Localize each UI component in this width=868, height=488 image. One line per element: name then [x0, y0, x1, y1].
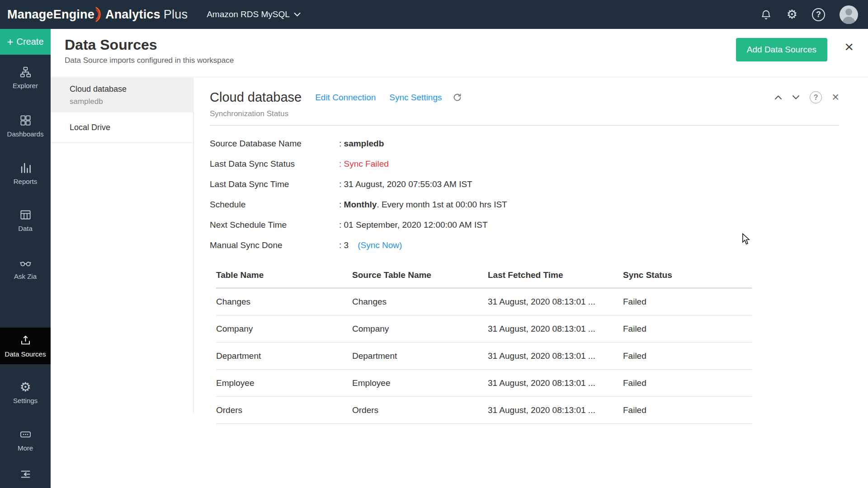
- sidebar-item-label: Explorer: [13, 82, 38, 89]
- sync-table-head: Table Name Source Table Name Last Fetche…: [216, 270, 752, 288]
- sidebar-item-settings[interactable]: ⚙ Settings: [0, 381, 51, 404]
- column-header-last-fetched-time: Last Fetched Time: [488, 270, 623, 288]
- source-item-local-drive[interactable]: Local Drive: [51, 113, 193, 143]
- sidebar-item-reports[interactable]: Reports: [0, 162, 51, 185]
- help-icon[interactable]: ?: [812, 8, 825, 21]
- detail-header: Cloud database Edit Connection Sync Sett…: [210, 90, 839, 105]
- sidebar-item-label: More: [18, 444, 33, 452]
- info-row-sync-status: Last Data Sync Status : Sync Failed: [210, 159, 839, 169]
- brand-logo: ManageEngine Analytics Plus: [7, 7, 188, 22]
- info-label: Source Database Name: [210, 138, 339, 149]
- info-row-source-db: Source Database Name : sampledb: [210, 138, 839, 149]
- sync-info-block: Source Database Name : sampledb Last Dat…: [210, 138, 839, 250]
- brand-swoosh-icon: [95, 7, 103, 22]
- source-name: Local Drive: [70, 123, 187, 132]
- info-value: : 01 September, 2020 12:00:00 AM IST: [339, 220, 488, 230]
- table-cell: Orders: [352, 397, 488, 424]
- topbar-actions: ⚙ ?: [760, 5, 858, 24]
- refresh-icon[interactable]: [453, 93, 462, 102]
- help-question-mark: ?: [810, 91, 822, 103]
- column-header-source-table-name: Source Table Name: [352, 270, 488, 288]
- sync-now-link[interactable]: (Sync Now): [358, 240, 402, 250]
- info-value: : sampledb: [339, 138, 384, 149]
- collapse-sidebar-icon: [19, 468, 32, 480]
- table-cell: Failed: [623, 343, 752, 370]
- settings-gear-icon[interactable]: ⚙: [787, 9, 797, 21]
- sidebar-item-label: Ask Zia: [14, 272, 37, 280]
- table-cell: Department: [352, 343, 488, 370]
- source-item-cloud-database[interactable]: Cloud database sampledb: [51, 78, 193, 113]
- table-cell: Failed: [623, 315, 752, 343]
- table-cell: 31 August, 2020 08:13:01 ...: [488, 370, 623, 397]
- plus-icon: +: [7, 37, 13, 47]
- close-page-icon[interactable]: ×: [844, 39, 854, 54]
- info-value: : 31 August, 2020 07:55:03 AM IST: [339, 179, 472, 189]
- notifications-bell-icon[interactable]: [760, 9, 772, 21]
- sidebar-item-data[interactable]: Data: [0, 209, 51, 232]
- user-avatar[interactable]: [840, 5, 858, 24]
- column-header-sync-status: Sync Status: [623, 270, 752, 288]
- topbar: ManageEngine Analytics Plus Amazon RDS M…: [0, 0, 868, 29]
- brand-product: Analytics: [105, 8, 160, 22]
- detail-divider: [210, 125, 839, 126]
- content-area: Cloud database sampledb Local Drive Clou…: [51, 78, 868, 488]
- table-cell: Department: [216, 343, 352, 370]
- info-value: : Sync Failed: [339, 159, 389, 169]
- add-data-sources-button[interactable]: Add Data Sources: [736, 38, 827, 61]
- workspace-name: Amazon RDS MySQL: [207, 9, 290, 19]
- table-row: OrdersOrders31 August, 2020 08:13:01 ...…: [216, 397, 752, 424]
- info-value: : 3(Sync Now): [339, 240, 402, 250]
- table-cell: Company: [352, 315, 488, 343]
- page-title: Data Sources: [65, 37, 157, 53]
- sidebar-item-label: Data: [18, 225, 33, 232]
- create-button[interactable]: + Create: [0, 29, 51, 55]
- sync-status-failed: :: [339, 159, 344, 169]
- workspace-selector[interactable]: Amazon RDS MySQL: [207, 9, 301, 19]
- table-cell: Failed: [623, 288, 752, 315]
- info-row-manual-sync: Manual Sync Done : 3(Sync Now): [210, 240, 839, 250]
- source-list-panel: Cloud database sampledb Local Drive: [51, 78, 193, 413]
- sidebar-collapse-toggle[interactable]: [0, 468, 51, 480]
- table-cell: 31 August, 2020 08:13:01 ...: [488, 343, 623, 370]
- settings-gear-icon: ⚙: [19, 381, 31, 393]
- table-row: DepartmentDepartment31 August, 2020 08:1…: [216, 343, 752, 370]
- reports-icon: [19, 162, 32, 174]
- detail-subtitle: Synchronization Status: [210, 109, 839, 118]
- info-label: Last Data Sync Status: [210, 159, 339, 169]
- sidebar-item-label: Dashboards: [7, 130, 44, 138]
- sidebar-item-explorer[interactable]: Explorer: [0, 66, 51, 89]
- table-cell: 31 August, 2020 08:13:01 ...: [488, 397, 623, 424]
- sidebar-item-data-sources[interactable]: Data Sources: [0, 328, 51, 364]
- sidebar-item-label: Reports: [14, 178, 38, 185]
- table-cell: Company: [216, 315, 352, 343]
- table-cell: Changes: [352, 288, 488, 315]
- sidebar-item-more[interactable]: More: [0, 428, 51, 452]
- edit-connection-link[interactable]: Edit Connection: [315, 93, 376, 103]
- info-value: : Monthly. Every month 1st at 00:00 hrs …: [339, 199, 507, 210]
- data-table-icon: [19, 209, 32, 221]
- detail-title: Cloud database: [210, 90, 302, 105]
- source-subtitle: sampledb: [70, 97, 187, 106]
- source-name: Cloud database: [70, 84, 187, 94]
- info-label: Last Data Sync Time: [210, 179, 339, 189]
- more-ellipsis-icon: [19, 428, 32, 441]
- sidebar-item-label: Settings: [13, 397, 38, 404]
- chevron-down-icon: [294, 12, 301, 17]
- dashboards-icon: [19, 114, 32, 127]
- column-header-table-name: Table Name: [216, 270, 352, 288]
- source-detail-panel: Cloud database Edit Connection Sync Sett…: [193, 78, 868, 488]
- detail-close-icon[interactable]: ×: [832, 91, 839, 103]
- sidebar-item-ask-zia[interactable]: Ask Zia: [0, 257, 51, 280]
- sidebar-item-dashboards[interactable]: Dashboards: [0, 114, 51, 138]
- chevron-down-icon[interactable]: [792, 95, 800, 100]
- page-header: Data Sources Data Source imports configu…: [51, 29, 868, 77]
- create-label: Create: [16, 37, 43, 47]
- sync-settings-link[interactable]: Sync Settings: [389, 93, 442, 103]
- table-row: CompanyCompany31 August, 2020 08:13:01 .…: [216, 315, 752, 343]
- info-row-next-schedule: Next Schedule Time : 01 September, 2020 …: [210, 220, 839, 230]
- brand-plus: Plus: [164, 8, 188, 22]
- chevron-up-icon[interactable]: [774, 95, 782, 100]
- detail-help-icon[interactable]: ?: [810, 91, 822, 103]
- avatar-torso: [842, 17, 855, 24]
- info-row-schedule: Schedule : Monthly. Every month 1st at 0…: [210, 199, 839, 210]
